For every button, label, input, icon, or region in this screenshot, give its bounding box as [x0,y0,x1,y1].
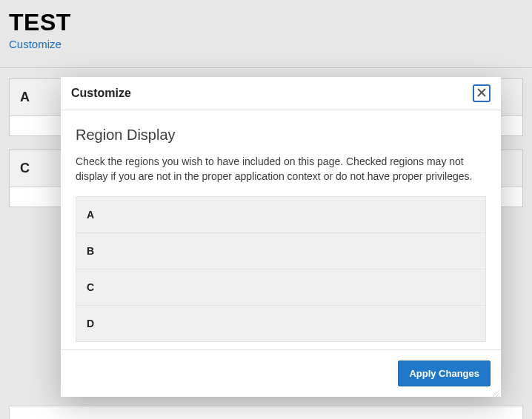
customize-link[interactable]: Customize [9,38,61,50]
region-list: A B C D [76,196,486,342]
svg-line-2 [493,390,499,397]
modal-footer: Apply Changes [61,349,501,397]
modal-title: Customize [71,87,131,100]
divider [0,67,532,68]
svg-line-3 [496,393,499,397]
modal-header: Customize [61,77,501,110]
customize-modal: Customize Region Display Check the regio… [61,77,501,397]
region-item-b[interactable]: B [76,233,485,269]
apply-changes-button[interactable]: Apply Changes [398,361,491,386]
page-title: TEST [9,9,523,36]
close-button[interactable] [473,84,491,102]
resize-handle-icon [491,386,499,395]
lower-band [9,406,523,419]
section-description: Check the regions you wish to have inclu… [76,154,486,184]
region-item-a[interactable]: A [76,197,485,233]
section-title: Region Display [76,127,486,144]
region-item-d[interactable]: D [76,306,485,341]
region-item-c[interactable]: C [76,269,485,306]
modal-body: Region Display Check the regions you wis… [61,110,501,349]
close-icon [477,87,486,100]
svg-line-4 [499,396,499,397]
